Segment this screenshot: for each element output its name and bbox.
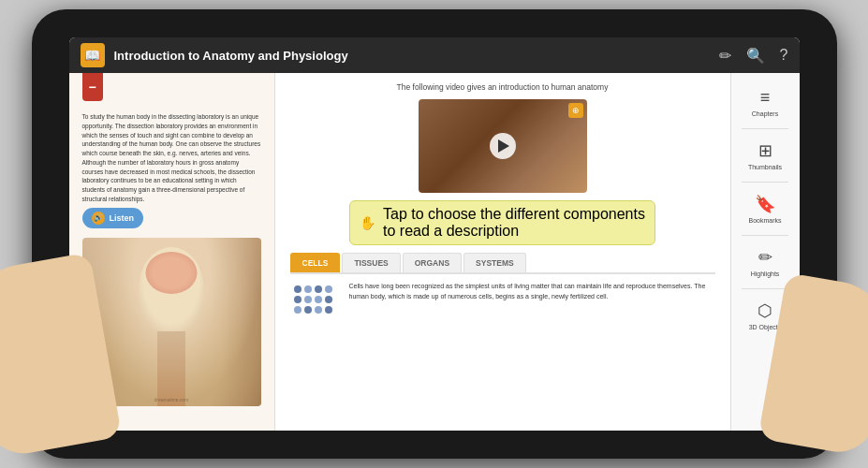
help-icon[interactable]: ? [780, 47, 788, 64]
video-title: The following video gives an introductio… [290, 82, 715, 92]
tab-cells[interactable]: CELLS [290, 253, 341, 272]
chapters-icon: ≡ [760, 88, 771, 108]
content-area: To study the human body in the dissectin… [69, 73, 800, 431]
hand-prompt-text: Tap to choose the different components t… [383, 206, 645, 240]
book-pages: To study the human body in the dissectin… [69, 73, 730, 431]
video-play-button[interactable] [490, 133, 516, 159]
cells-illustration [290, 282, 342, 317]
sidebar-divider [742, 128, 788, 129]
sidebar-item-bookmarks[interactable]: 🔖 Bookmarks [733, 186, 797, 231]
sidebar-divider [742, 288, 788, 289]
cells-description: Cells have long been recognized as the s… [349, 282, 715, 317]
play-icon [498, 139, 509, 153]
hand-prompt-line1: Tap to choose the different components [383, 206, 645, 223]
listen-icon: 🔊 [92, 212, 105, 225]
listen-label: Listen [110, 213, 135, 223]
tab-systems[interactable]: SYSTEMS [463, 253, 526, 272]
right-page: The following video gives an introductio… [275, 73, 730, 431]
top-bar-actions: ✏ 🔍 ? [719, 47, 788, 65]
3d-objects-icon: ⬡ [758, 300, 772, 321]
cell-dot [294, 306, 302, 314]
listen-button[interactable]: 🔊 Listen [82, 208, 144, 228]
tablet-screen: 📖 Introduction to Anatomy and Physiology… [69, 37, 800, 431]
highlights-label: Highlights [751, 271, 780, 277]
cell-dot [315, 285, 322, 293]
sidebar-divider [742, 182, 788, 183]
video-thumbnail[interactable]: ⊕ [419, 99, 587, 193]
cell-dot [325, 296, 332, 303]
cell-dot [325, 285, 332, 293]
cell-dot [315, 296, 322, 303]
top-bar: 📖 Introduction to Anatomy and Physiology… [69, 37, 800, 73]
cells-content: Cells have long been recognized as the s… [290, 274, 715, 325]
tab-tissues[interactable]: TISSUES [342, 253, 400, 272]
body-text: To study the human body in the dissectin… [82, 113, 261, 202]
sidebar-item-chapters[interactable]: ≡ Chapters [733, 80, 797, 124]
cell-dot [325, 306, 332, 314]
bookmarks-label: Bookmarks [748, 217, 781, 224]
app-icon: 📖 [81, 43, 105, 67]
hand-prompt-line2: to read a description [383, 223, 645, 240]
thumbnails-label: Thumbnails [748, 164, 782, 170]
hand-gesture-icon: ✋ [360, 215, 375, 230]
sidebar-item-highlights[interactable]: ✏ Highlights [733, 240, 797, 285]
app-title: Introduction to Anatomy and Physiology [114, 49, 719, 63]
left-page-body-text: To study the human body in the dissectin… [82, 112, 261, 204]
cell-dot [315, 306, 322, 314]
cell-dot [294, 296, 302, 303]
thumbnails-icon: ⊞ [758, 140, 772, 161]
brain-illustration [146, 252, 198, 294]
cell-dot [304, 296, 312, 303]
tabs-row: CELLS TISSUES ORGANS SYSTEMS [290, 253, 715, 274]
tab-organs[interactable]: ORGANS [403, 253, 462, 272]
cell-dot [294, 285, 302, 293]
bookmark-icon[interactable] [82, 73, 103, 101]
cell-dot [304, 306, 312, 314]
watermark: dreamstime.com [154, 397, 189, 402]
search-icon[interactable]: 🔍 [746, 47, 765, 65]
video-expand-button[interactable]: ⊕ [568, 103, 583, 118]
cell-dot [304, 285, 312, 293]
bookmarks-icon: 🔖 [755, 194, 775, 214]
tablet: 📖 Introduction to Anatomy and Physiology… [32, 9, 837, 459]
neck-illustration [157, 331, 185, 406]
pencil-icon[interactable]: ✏ [719, 47, 731, 65]
hand-prompt-banner: ✋ Tap to choose the different components… [349, 200, 655, 245]
sidebar-item-thumbnails[interactable]: ⊞ Thumbnails [733, 133, 797, 178]
highlights-icon: ✏ [758, 247, 772, 268]
chapters-label: Chapters [752, 110, 778, 117]
sidebar-divider [742, 235, 788, 236]
